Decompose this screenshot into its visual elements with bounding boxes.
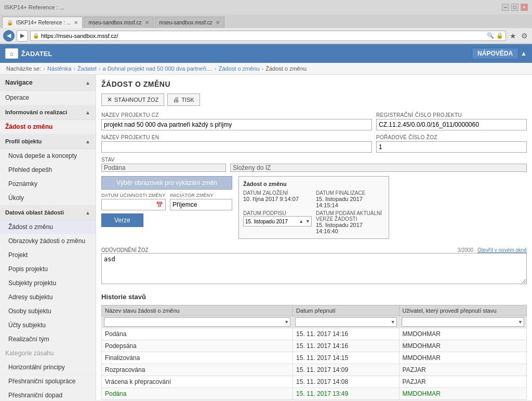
favorites-icon[interactable]: ★ xyxy=(508,32,517,40)
zadost-box-title: Žádost o změnu xyxy=(243,181,384,187)
form-row-stav: STAV Podána . Složeny do IZ xyxy=(101,157,527,172)
history-cell-user: MMDOHMAR xyxy=(399,328,526,340)
sidebar-item-realizacni[interactable]: Realizační tým xyxy=(0,332,96,346)
up-arrow[interactable]: ▲ xyxy=(298,219,304,224)
maximize-button[interactable]: □ xyxy=(511,4,518,11)
sidebar-item-obrazovky[interactable]: Obrazovky žádosti o změnu xyxy=(0,234,96,248)
verze-label: Verze xyxy=(114,217,130,224)
address-input[interactable] xyxy=(41,33,485,39)
history-cell-user: MMDOHMAR xyxy=(399,388,526,400)
sidebar-profil-header[interactable]: Profil objektu ▲ xyxy=(0,134,96,149)
sidebar-item-poznamky[interactable]: Poznámky xyxy=(0,177,96,191)
breadcrumb-current: Žádost o změnu xyxy=(265,65,307,72)
sidebar-navigace-header[interactable]: Navigace ▲ xyxy=(0,75,96,91)
back-button[interactable]: ◀ xyxy=(3,30,15,42)
datum-ucinnosti-input-wrapper[interactable]: 📅 xyxy=(101,199,166,210)
tab-close-2[interactable]: ✕ xyxy=(145,20,149,25)
sidebar-datova-header[interactable]: Datová oblast žádosti ▲ xyxy=(0,205,96,220)
sidebar-item-prehled-depesi[interactable]: Přehled depešh xyxy=(0,163,96,177)
nazev-projektu-cz-input[interactable] xyxy=(101,119,372,130)
browser-tab-2[interactable]: mseu-sandbox.mssf.cz ✕ xyxy=(84,17,153,28)
datum-podpisu-field[interactable] xyxy=(244,217,298,226)
sidebar-item-popis[interactable]: Popis projektu xyxy=(0,262,96,276)
form-grid: NÁZEV PROJEKTU CZ REGISTRAČNÍ ČÍSLO PROJ… xyxy=(101,112,527,286)
stahnout-button[interactable]: ✕ STÁHNOUT ŽOZ xyxy=(101,93,164,106)
sidebar-item-preshranicni-spoluprace[interactable]: Přeshraniční spolupráce xyxy=(0,375,96,389)
filter-user-input[interactable]: ▼ xyxy=(402,317,524,327)
sidebar: Navigace ▲ Operace Informování o realiza… xyxy=(0,75,96,400)
breadcrumb-prefix: Nacházíte se: xyxy=(6,65,41,72)
breadcrumb-zadatel[interactable]: Žadatel xyxy=(77,65,97,72)
sidebar-item-nova-depese[interactable]: Nová depeše a koncepty xyxy=(0,149,96,163)
sidebar-item-subjekty[interactable]: Subjekty projektu xyxy=(0,276,96,290)
tab-close-1[interactable]: ✕ xyxy=(74,20,78,25)
napoveda-button[interactable]: NÁPOVĚDA xyxy=(472,48,518,59)
down-arrow[interactable]: ▼ xyxy=(304,219,311,224)
app-logo: ⌂ ŽADATEL xyxy=(5,48,52,59)
sidebar-item-operace[interactable]: Operace xyxy=(0,91,96,105)
filter-user-arrow[interactable]: ▼ xyxy=(518,319,523,325)
stav-detail-group: . Složeny do IZ xyxy=(230,157,527,172)
poradove-cislo-input[interactable] xyxy=(376,141,527,153)
browser-tab-1[interactable]: 🔒 ISKP14+ Reference : ... ✕ xyxy=(2,17,83,28)
verze-button[interactable]: Verze xyxy=(101,213,143,227)
sidebar-item-ukoly[interactable]: Úkoly xyxy=(0,191,96,205)
home-button[interactable]: ⌂ xyxy=(5,48,18,59)
filter-user-field[interactable] xyxy=(403,319,518,325)
datum-ucinnosti-input[interactable] xyxy=(102,199,154,210)
vybrat-button[interactable]: Výběr obrazovek pro vykázání změn xyxy=(101,176,232,190)
tab-label-2: mseu-sandbox.mssf.cz xyxy=(88,20,141,25)
settings-icon[interactable]: ⚙ xyxy=(520,32,529,40)
nav-icons: ★ ⚙ xyxy=(508,32,529,40)
datum-zalozeni-label: DATUM ZALOŽENÍ xyxy=(243,190,312,196)
sidebar-profil-label: Profil objektu xyxy=(5,138,42,144)
history-cell-date: 15. 11. 2017 14:16 xyxy=(293,328,400,340)
oduvodneni-textarea[interactable]: asd xyxy=(101,253,527,284)
datum-finalizace-value: 15. listopadu 2017 14:15:14 xyxy=(316,196,384,208)
nazev-en-input[interactable] xyxy=(101,141,372,153)
filter-name-input[interactable]: ▼ xyxy=(104,317,290,327)
sidebar-item-preshranicni-dopad[interactable]: Přeshraniční dopad xyxy=(0,389,96,400)
stahnout-label: STÁHNOUT ŽOZ xyxy=(114,97,158,103)
window-controls: ─ □ ✕ xyxy=(502,4,528,11)
sidebar-item-kategorie[interactable]: Kategorie zásahu xyxy=(0,346,96,360)
filter-date-field[interactable] xyxy=(297,319,391,325)
filter-name-arrow[interactable]: ▼ xyxy=(284,319,289,325)
filter-name-cell[interactable]: ▼ xyxy=(102,316,293,328)
breadcrumb-zadost1[interactable]: Žádost o změnu xyxy=(219,65,260,72)
breadcrumb-projekt[interactable]: a Dohnal projekt nad 50 000 dva partneři… xyxy=(102,65,212,72)
sidebar-item-horizontalni[interactable]: Horizontální principy xyxy=(0,360,96,375)
sidebar-item-osoby[interactable]: Osoby subjektu xyxy=(0,304,96,318)
sidebar-item-zadost-zmenu[interactable]: Žádost o změnu xyxy=(0,220,96,234)
history-cell-user: MMDOHMAR xyxy=(399,352,526,364)
history-cell-name: Podána xyxy=(102,328,293,340)
datum-finalizace-group: DATUM FINALIZACE 15. listopadu 2017 14:1… xyxy=(316,190,384,208)
sidebar-item-zadost-top[interactable]: Žádost o změnu xyxy=(0,120,96,134)
breadcrumb-nastenska[interactable]: Nástěnka xyxy=(47,65,71,72)
char-count: 3/2000 xyxy=(457,247,473,253)
tab-close-3[interactable]: ✕ xyxy=(216,20,220,25)
x-icon: ✕ xyxy=(107,96,112,103)
sidebar-item-adresy[interactable]: Adresy subjektu xyxy=(0,290,96,304)
close-button[interactable]: ✕ xyxy=(521,4,528,11)
content-area: ŽÁDOST O ZMĚNU ✕ STÁHNOUT ŽOZ 🖨 TISK NÁZ… xyxy=(96,75,532,400)
registracni-cislo-input[interactable] xyxy=(376,119,527,130)
browser-tabs: 🔒 ISKP14+ Reference : ... ✕ mseu-sandbox… xyxy=(0,15,532,28)
calendar-icon[interactable]: 📅 xyxy=(154,202,165,208)
sidebar-informace-header[interactable]: Informování o realizaci ▲ xyxy=(0,105,96,120)
forward-button[interactable]: ▶ xyxy=(17,30,28,42)
datum-podpisu-input[interactable]: ▲ ▼ xyxy=(243,216,312,226)
filter-user-cell[interactable]: ▼ xyxy=(399,316,526,328)
filter-date-cell[interactable]: ▼ xyxy=(293,316,400,328)
otevrit-link[interactable]: Otevřít v novém okně xyxy=(477,247,527,253)
sidebar-item-ucty[interactable]: Účty subjektu xyxy=(0,318,96,332)
address-bar[interactable]: 🔒 🔍 🔒 xyxy=(30,31,506,41)
iniciator-input[interactable] xyxy=(170,199,232,210)
tisk-button[interactable]: 🖨 TISK xyxy=(167,93,200,106)
filter-name-field[interactable] xyxy=(105,319,284,325)
minimize-button[interactable]: ─ xyxy=(502,4,509,11)
filter-date-arrow[interactable]: ▼ xyxy=(391,319,395,325)
filter-date-input[interactable]: ▼ xyxy=(295,317,397,327)
sidebar-item-projekt[interactable]: Projekt xyxy=(0,248,96,262)
browser-tab-3[interactable]: mseu-sandbox.mssf.cz ✕ xyxy=(155,17,224,28)
